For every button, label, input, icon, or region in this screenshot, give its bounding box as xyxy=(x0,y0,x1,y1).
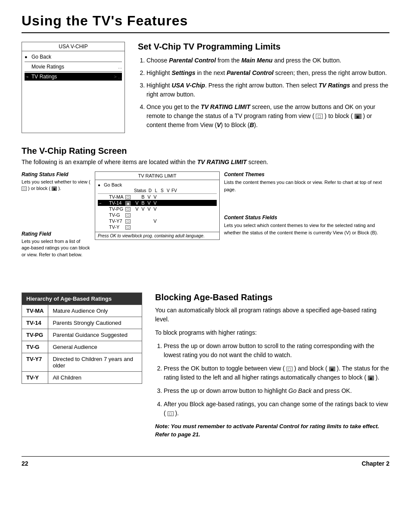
tv-y7-label: TV-Y7 xyxy=(109,218,125,224)
vchip-rating-heading: The V-Chip Rating Screen xyxy=(22,146,389,156)
rating-right-annotations: Content Themes Lists the content themes … xyxy=(224,171,389,245)
blocking-step-2: Press the OK button to toggle between vi… xyxy=(164,364,389,382)
tv-circle-icon: ● xyxy=(98,183,104,187)
content-status-title: Content Status Fields xyxy=(224,215,389,221)
tv-rating-box-body: ● Go Back Status D L S V FV xyxy=(95,180,219,232)
tv-y-label: TV-Y xyxy=(109,224,125,230)
age-ratings-container: Hierarchy of Age-Based Ratings TV-MA Mat… xyxy=(22,292,142,443)
tv-14-l: B xyxy=(140,200,146,205)
tv-y7-icon: ☐ xyxy=(125,218,134,224)
rating-tv-pg: TV-PG xyxy=(22,329,48,341)
block-icon-left: ▣ xyxy=(52,187,57,191)
desc-tv-y7: Directed to Children 7 years and older xyxy=(48,353,142,371)
tv-14-v: V xyxy=(152,200,158,205)
tv-14-icon: ▣ xyxy=(125,200,134,205)
table-row: TV-MA Mature Audience Only xyxy=(22,305,142,317)
content-status-annotation: Content Status Fields Lets you select wh… xyxy=(224,215,389,236)
tv-y-icon: ☐ xyxy=(125,224,134,230)
rating-left-annotations: Rating Status Field Lets you select whet… xyxy=(22,171,90,284)
vchip-movie-dots: ... xyxy=(118,64,122,69)
view-icon-inline: ☐ xyxy=(316,114,323,119)
menu-spacer xyxy=(25,81,122,88)
set-vchip-step-4: Once you get to the TV RATING LIMIT scre… xyxy=(146,103,389,130)
set-vchip-step-1: Choose Parental Control from the Main Me… xyxy=(146,56,389,65)
vchip-rating-subtitle: The following is an example of where ite… xyxy=(22,159,389,165)
view-icon-block4: ☐ xyxy=(168,411,174,416)
rating-field-body: Lets you select from a list of age-based… xyxy=(22,238,90,258)
vchip-menu-body: ● Go Back Movie Ratings ... → TV Ratings… xyxy=(22,51,125,90)
tv-goback-label: Go Back xyxy=(104,182,122,187)
top-section: USA V-CHIP ● Go Back Movie Ratings ... →… xyxy=(22,42,389,133)
age-ratings-table-header: Hierarchy of Age-Based Ratings xyxy=(22,292,142,305)
set-vchip-content: Set V-Chip TV Programming Limits Choose … xyxy=(138,42,389,133)
blocking-step-3: Press the up or down arrow button to hig… xyxy=(164,386,389,395)
rating-tv-y: TV-Y xyxy=(22,371,48,383)
set-vchip-steps: Choose Parental Control from the Main Me… xyxy=(138,56,389,130)
age-ratings-table: Hierarchy of Age-Based Ratings TV-MA Mat… xyxy=(22,292,142,384)
rating-status-field-body: Lets you select whether to view ( ☐ ) or… xyxy=(22,179,90,192)
blocking-step-1: Press the up or down arrow button to scr… xyxy=(164,342,389,360)
tv-14-arrow: → xyxy=(98,201,103,205)
rating-diagram: Rating Status Field Lets you select whet… xyxy=(22,171,389,284)
tv-pg-v: V xyxy=(152,206,158,212)
tv-ma-s: V xyxy=(146,194,152,199)
tv-rating-box: TV RATING LIMIT ● Go Back Status D L S xyxy=(95,171,220,240)
vchip-goback-label: Go Back xyxy=(31,54,122,60)
tv-col-fv: FV xyxy=(171,188,177,193)
footer-chapter: Chapter 2 xyxy=(361,460,389,467)
tv-ma-label: TV-MA xyxy=(109,194,125,199)
set-vchip-step-2: Highlight Settings in the next Parental … xyxy=(146,68,389,78)
vchip-tv-label: TV Ratings xyxy=(31,74,114,80)
tv-col-v: V xyxy=(165,188,171,193)
table-row: TV-G General Audience xyxy=(22,341,142,353)
tv-goback-row: ● Go Back xyxy=(98,182,217,188)
tv-ma-l: B xyxy=(140,194,146,199)
block-icon-block2: ▣ xyxy=(329,367,335,371)
content-themes-title: Content Themes xyxy=(224,171,389,177)
blocking-step-4: After you Block age-based ratings, you c… xyxy=(164,400,389,418)
tv-status-label: Status xyxy=(134,188,146,193)
selected-arrow-icon: → xyxy=(25,74,31,79)
tv-header-row: Status D L S V FV xyxy=(98,188,217,194)
content-status-body: Lets you select which content themes to … xyxy=(224,222,389,236)
tv-14-row: → TV-14 ▣ V B V V xyxy=(98,200,217,206)
rating-status-field-title: Rating Status Field xyxy=(22,171,90,177)
tv-y-row: TV-Y ☐ xyxy=(98,224,217,230)
menu-separator xyxy=(25,62,122,62)
desc-tv-g: General Audience xyxy=(48,341,142,353)
view-icon-block2: ☐ xyxy=(286,367,293,371)
set-vchip-step-3: Highlight USA V-Chip. Press the right ar… xyxy=(146,81,389,99)
rating-field-title: Rating Field xyxy=(22,231,90,237)
desc-tv-pg: Parental Guidance Suggested xyxy=(48,329,142,341)
block-icon-inline: ▣ xyxy=(355,114,361,119)
tv-pg-row: TV-PG ☐ V V V V xyxy=(98,206,217,212)
menu-separator2 xyxy=(25,72,122,72)
vchip-movie-label: Movie Ratings xyxy=(31,64,118,70)
tv-pg-icon: ☐ xyxy=(125,206,134,212)
page-footer: 22 Chapter 2 xyxy=(22,456,389,467)
tv-pg-label: TV-PG xyxy=(109,206,125,212)
vchip-menu-box: USA V-CHIP ● Go Back Movie Ratings ... →… xyxy=(22,42,125,133)
tv-ma-row: TV-MA ☐ B V V xyxy=(98,194,217,200)
tv-pg-d: V xyxy=(134,206,140,212)
rating-tv-y7: TV-Y7 xyxy=(22,353,48,371)
table-row: TV-Y7 Directed to Children 7 years and o… xyxy=(22,353,142,371)
tv-col-s: S xyxy=(159,188,165,193)
right-spacer xyxy=(224,202,389,215)
view-icon-left: ☐ xyxy=(22,187,27,191)
vchip-menu-row-movie: Movie Ratings ... xyxy=(25,63,122,71)
tv-pg-s: V xyxy=(146,206,152,212)
blocking-intro1: You can automatically block all program … xyxy=(155,306,389,324)
tv-ma-icon: ☐ xyxy=(125,194,134,199)
footer-page-number: 22 xyxy=(22,460,28,467)
vchip-rating-section: The V-Chip Rating Screen The following i… xyxy=(22,146,389,284)
desc-tv-y: All Children xyxy=(48,371,142,383)
vchip-tv-dots: > ... xyxy=(114,74,122,79)
rating-status-field-annotation: Rating Status Field Lets you select whet… xyxy=(22,171,90,192)
table-row: TV-Y All Children xyxy=(22,371,142,383)
bottom-section: Hierarchy of Age-Based Ratings TV-MA Mat… xyxy=(22,292,389,443)
tv-14-s: V xyxy=(146,200,152,205)
vchip-menu-row-goback: ● Go Back xyxy=(25,53,122,61)
vchip-menu-title: USA V-CHIP xyxy=(22,42,125,51)
rating-tv-g: TV-G xyxy=(22,341,48,353)
